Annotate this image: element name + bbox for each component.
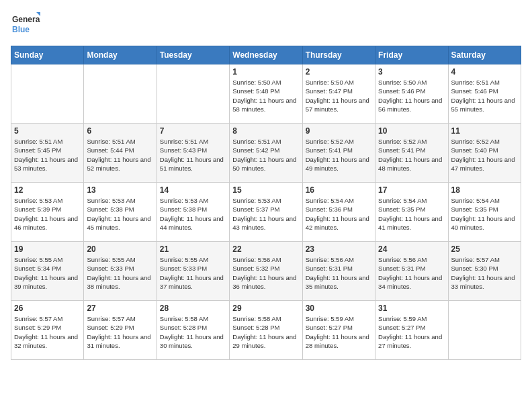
day-number: 1 — [232, 67, 299, 77]
day-number: 26 — [14, 304, 81, 313]
week-row-3: 12Sunrise: 5:53 AM Sunset: 5:39 PM Dayli… — [11, 183, 521, 242]
svg-text:Blue: Blue — [12, 25, 30, 34]
day-info: Sunrise: 5:59 AM Sunset: 5:27 PM Dayligh… — [378, 314, 445, 350]
day-cell: 8Sunrise: 5:51 AM Sunset: 5:42 PM Daylig… — [230, 124, 302, 183]
day-cell: 12Sunrise: 5:53 AM Sunset: 5:39 PM Dayli… — [11, 183, 84, 242]
logo: General Blue — [11, 11, 40, 40]
day-cell: 20Sunrise: 5:55 AM Sunset: 5:33 PM Dayli… — [84, 242, 157, 301]
week-row-5: 26Sunrise: 5:57 AM Sunset: 5:29 PM Dayli… — [11, 301, 521, 360]
day-info: Sunrise: 5:52 AM Sunset: 5:41 PM Dayligh… — [378, 137, 445, 173]
day-number: 4 — [451, 67, 518, 77]
day-number: 16 — [306, 185, 372, 195]
day-number: 19 — [14, 244, 81, 254]
day-cell: 29Sunrise: 5:58 AM Sunset: 5:28 PM Dayli… — [230, 301, 302, 360]
svg-text:General: General — [12, 15, 40, 24]
calendar-table: SundayMondayTuesdayWednesdayThursdayFrid… — [11, 46, 521, 360]
day-cell: 1Sunrise: 5:50 AM Sunset: 5:48 PM Daylig… — [230, 64, 302, 124]
day-number: 8 — [232, 126, 299, 136]
day-number: 31 — [378, 304, 445, 313]
header: General Blue — [11, 11, 521, 40]
day-info: Sunrise: 5:54 AM Sunset: 5:35 PM Dayligh… — [378, 196, 445, 232]
day-number: 5 — [14, 126, 81, 136]
day-cell: 27Sunrise: 5:57 AM Sunset: 5:29 PM Dayli… — [84, 301, 157, 360]
day-cell: 28Sunrise: 5:58 AM Sunset: 5:28 PM Dayli… — [157, 301, 229, 360]
day-cell: 26Sunrise: 5:57 AM Sunset: 5:29 PM Dayli… — [11, 301, 84, 360]
day-info: Sunrise: 5:52 AM Sunset: 5:40 PM Dayligh… — [451, 137, 518, 173]
day-info: Sunrise: 5:53 AM Sunset: 5:37 PM Dayligh… — [232, 196, 299, 232]
day-number: 27 — [87, 304, 153, 313]
day-number: 29 — [232, 304, 299, 313]
day-cell — [11, 64, 84, 124]
day-cell: 6Sunrise: 5:51 AM Sunset: 5:44 PM Daylig… — [84, 124, 157, 183]
day-info: Sunrise: 5:58 AM Sunset: 5:28 PM Dayligh… — [232, 314, 299, 350]
day-cell: 2Sunrise: 5:50 AM Sunset: 5:47 PM Daylig… — [302, 64, 375, 124]
day-number: 28 — [160, 304, 226, 313]
day-number: 21 — [160, 244, 226, 254]
day-info: Sunrise: 5:51 AM Sunset: 5:45 PM Dayligh… — [14, 137, 81, 173]
header-cell-friday: Friday — [375, 46, 448, 64]
day-cell: 16Sunrise: 5:54 AM Sunset: 5:36 PM Dayli… — [302, 183, 375, 242]
logo-svg: General Blue — [11, 11, 40, 40]
day-info: Sunrise: 5:57 AM Sunset: 5:30 PM Dayligh… — [451, 255, 518, 291]
day-number: 2 — [306, 67, 372, 77]
header-cell-sunday: Sunday — [11, 46, 84, 64]
day-info: Sunrise: 5:55 AM Sunset: 5:33 PM Dayligh… — [160, 255, 226, 291]
day-number: 7 — [160, 126, 226, 136]
day-number: 17 — [378, 185, 445, 195]
calendar-body: 1Sunrise: 5:50 AM Sunset: 5:48 PM Daylig… — [11, 64, 521, 360]
day-number: 13 — [87, 185, 153, 195]
day-info: Sunrise: 5:52 AM Sunset: 5:41 PM Dayligh… — [306, 137, 372, 173]
day-number: 11 — [451, 126, 518, 136]
day-number: 25 — [451, 244, 518, 254]
header-cell-thursday: Thursday — [302, 46, 375, 64]
day-info: Sunrise: 5:55 AM Sunset: 5:33 PM Dayligh… — [87, 255, 153, 291]
day-number: 20 — [87, 244, 153, 254]
day-cell: 9Sunrise: 5:52 AM Sunset: 5:41 PM Daylig… — [302, 124, 375, 183]
day-number: 22 — [232, 244, 299, 254]
day-info: Sunrise: 5:51 AM Sunset: 5:44 PM Dayligh… — [87, 137, 153, 173]
day-cell: 17Sunrise: 5:54 AM Sunset: 5:35 PM Dayli… — [375, 183, 448, 242]
day-info: Sunrise: 5:53 AM Sunset: 5:39 PM Dayligh… — [14, 196, 81, 232]
day-info: Sunrise: 5:57 AM Sunset: 5:29 PM Dayligh… — [14, 314, 81, 350]
day-cell: 31Sunrise: 5:59 AM Sunset: 5:27 PM Dayli… — [375, 301, 448, 360]
day-cell: 18Sunrise: 5:54 AM Sunset: 5:35 PM Dayli… — [448, 183, 521, 242]
day-number: 3 — [378, 67, 445, 77]
day-info: Sunrise: 5:53 AM Sunset: 5:38 PM Dayligh… — [87, 196, 153, 232]
day-cell — [84, 64, 157, 124]
day-cell: 14Sunrise: 5:53 AM Sunset: 5:38 PM Dayli… — [157, 183, 229, 242]
day-info: Sunrise: 5:59 AM Sunset: 5:27 PM Dayligh… — [306, 314, 372, 350]
day-info: Sunrise: 5:50 AM Sunset: 5:47 PM Dayligh… — [306, 78, 372, 113]
day-number: 14 — [160, 185, 226, 195]
day-number: 30 — [306, 304, 372, 313]
day-cell: 19Sunrise: 5:55 AM Sunset: 5:34 PM Dayli… — [11, 242, 84, 301]
header-cell-saturday: Saturday — [448, 46, 521, 64]
day-info: Sunrise: 5:54 AM Sunset: 5:35 PM Dayligh… — [451, 196, 518, 232]
day-number: 18 — [451, 185, 518, 195]
day-cell — [157, 64, 229, 124]
day-number: 12 — [14, 185, 81, 195]
day-info: Sunrise: 5:56 AM Sunset: 5:31 PM Dayligh… — [306, 255, 372, 291]
header-cell-tuesday: Tuesday — [157, 46, 229, 64]
day-cell: 13Sunrise: 5:53 AM Sunset: 5:38 PM Dayli… — [84, 183, 157, 242]
week-row-1: 1Sunrise: 5:50 AM Sunset: 5:48 PM Daylig… — [11, 64, 521, 124]
header-row: SundayMondayTuesdayWednesdayThursdayFrid… — [11, 46, 521, 64]
logo-container: General Blue — [11, 11, 40, 40]
day-info: Sunrise: 5:54 AM Sunset: 5:36 PM Dayligh… — [306, 196, 372, 232]
day-cell: 3Sunrise: 5:50 AM Sunset: 5:46 PM Daylig… — [375, 64, 448, 124]
day-info: Sunrise: 5:55 AM Sunset: 5:34 PM Dayligh… — [14, 255, 81, 291]
day-number: 24 — [378, 244, 445, 254]
day-cell: 25Sunrise: 5:57 AM Sunset: 5:30 PM Dayli… — [448, 242, 521, 301]
header-cell-wednesday: Wednesday — [230, 46, 302, 64]
day-number: 9 — [306, 126, 372, 136]
week-row-2: 5Sunrise: 5:51 AM Sunset: 5:45 PM Daylig… — [11, 124, 521, 183]
day-cell: 5Sunrise: 5:51 AM Sunset: 5:45 PM Daylig… — [11, 124, 84, 183]
day-cell: 15Sunrise: 5:53 AM Sunset: 5:37 PM Dayli… — [230, 183, 302, 242]
day-number: 10 — [378, 126, 445, 136]
day-info: Sunrise: 5:53 AM Sunset: 5:38 PM Dayligh… — [160, 196, 226, 232]
day-info: Sunrise: 5:57 AM Sunset: 5:29 PM Dayligh… — [87, 314, 153, 350]
day-info: Sunrise: 5:50 AM Sunset: 5:46 PM Dayligh… — [378, 78, 445, 113]
day-cell — [448, 301, 521, 360]
day-cell: 11Sunrise: 5:52 AM Sunset: 5:40 PM Dayli… — [448, 124, 521, 183]
day-cell: 4Sunrise: 5:51 AM Sunset: 5:46 PM Daylig… — [448, 64, 521, 124]
week-row-4: 19Sunrise: 5:55 AM Sunset: 5:34 PM Dayli… — [11, 242, 521, 301]
